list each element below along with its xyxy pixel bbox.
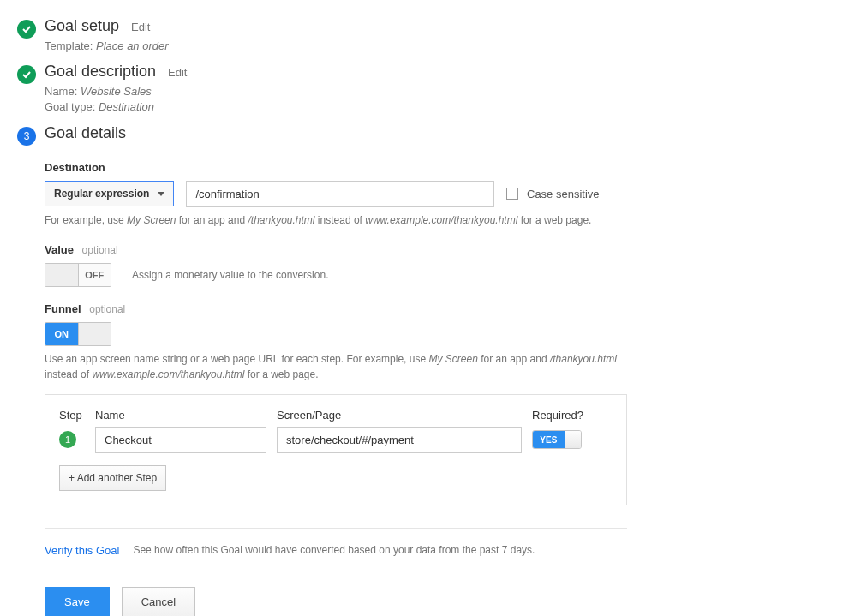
optional-label: optional <box>89 303 125 315</box>
divider <box>45 571 627 571</box>
step-title: Goal setup <box>45 17 119 35</box>
caret-down-icon <box>158 192 164 196</box>
toggle-off-label: OFF <box>79 264 111 286</box>
type-label: Goal type: <box>45 100 95 113</box>
step-setup: Goal setup Edit Template: Place an order <box>17 17 838 54</box>
destination-label: Destination <box>45 161 627 174</box>
save-button[interactable]: Save <box>45 587 110 616</box>
col-required-header: Required? <box>532 409 601 422</box>
check-badge <box>17 20 36 39</box>
funnel-label: Funnel optional <box>45 302 627 315</box>
check-icon <box>21 24 32 34</box>
step-subtitle: Template: Place an order <box>45 39 169 54</box>
value-row: OFF Assign a monetary value to the conve… <box>45 263 627 287</box>
funnel-name-input[interactable] <box>95 427 266 453</box>
funnel-screen-input[interactable] <box>277 427 522 453</box>
type-value: Destination <box>99 100 154 113</box>
template-label: Template: <box>45 39 93 52</box>
form-buttons: Save Cancel <box>45 587 627 616</box>
step-subtitle: Name: Website Sales Goal type: Destinati… <box>45 84 187 115</box>
destination-help: For example, use My Screen for an app an… <box>45 212 627 228</box>
funnel-required-toggle[interactable]: YES <box>532 430 582 449</box>
case-sensitive-checkbox[interactable] <box>506 188 518 200</box>
edit-link[interactable]: Edit <box>131 21 150 33</box>
edit-link[interactable]: Edit <box>168 66 187 79</box>
goal-details-body: Destination Regular expression Case sens… <box>45 161 627 616</box>
value-label: Value optional <box>45 243 627 256</box>
funnel-steps-box: Step Name Screen/Page Required? 1 YES + … <box>45 394 627 505</box>
verify-desc: See how often this Goal would have conve… <box>133 544 535 556</box>
step-connector <box>27 111 27 153</box>
col-name-header: Name <box>95 409 277 422</box>
destination-input[interactable] <box>186 181 494 207</box>
funnel-header-row: Step Name Screen/Page Required? <box>59 409 613 422</box>
divider <box>45 528 627 529</box>
verify-goal-link[interactable]: Verify this Goal <box>45 544 119 557</box>
step-title: Goal details <box>45 124 126 142</box>
add-step-button[interactable]: + Add another Step <box>59 465 166 491</box>
case-sensitive-label: Case sensitive <box>527 188 600 200</box>
case-sensitive-wrapper[interactable]: Case sensitive <box>506 188 599 200</box>
funnel-help: Use an app screen name string or a web p… <box>45 351 627 382</box>
name-label: Name: <box>45 85 77 98</box>
step-details: 3 Goal details <box>17 124 838 146</box>
destination-row: Regular expression Case sensitive <box>45 181 627 207</box>
toggle-on-label: ON <box>45 323 78 345</box>
funnel-step-row: 1 YES <box>59 427 613 453</box>
value-desc: Assign a monetary value to the conversio… <box>132 269 328 281</box>
col-step-header: Step <box>59 409 95 422</box>
match-type-value: Regular expression <box>54 188 149 200</box>
name-value: Website Sales <box>81 85 152 98</box>
verify-row: Verify this Goal See how often this Goal… <box>45 544 627 557</box>
step-description: Goal description Edit Name: Website Sale… <box>17 63 838 115</box>
step-title: Goal description <box>45 63 156 81</box>
toggle-knob <box>45 264 79 286</box>
cancel-button[interactable]: Cancel <box>122 587 195 616</box>
funnel-toggle[interactable]: ON <box>45 322 111 346</box>
match-type-select[interactable]: Regular expression <box>45 181 174 206</box>
template-value: Place an order <box>96 39 169 52</box>
funnel-step-number: 1 <box>59 431 76 448</box>
optional-label: optional <box>82 244 118 256</box>
goal-wizard: Goal setup Edit Template: Place an order… <box>17 17 838 146</box>
value-toggle[interactable]: OFF <box>45 263 111 287</box>
col-screen-header: Screen/Page <box>277 409 532 422</box>
toggle-yes-label: YES <box>533 431 565 448</box>
toggle-knob <box>565 431 581 448</box>
step-connector <box>27 41 27 89</box>
toggle-knob <box>78 323 111 345</box>
